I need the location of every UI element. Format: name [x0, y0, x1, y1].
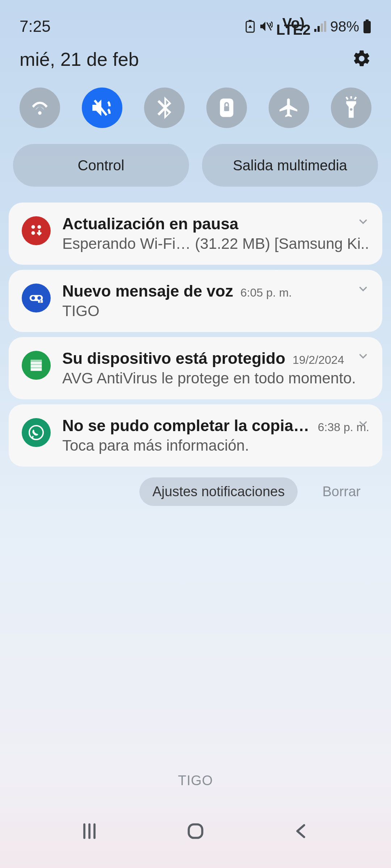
battery-icon — [363, 20, 371, 33]
whatsapp-icon — [22, 418, 51, 447]
navigation-bar — [0, 807, 391, 868]
chevron-down-icon[interactable] — [357, 216, 369, 228]
notification-avg[interactable]: Su dispositivo está protegido 19/2/2024 … — [9, 337, 382, 399]
device-control-button[interactable]: Control — [13, 144, 189, 187]
chevron-down-icon[interactable] — [357, 283, 369, 295]
airplane-icon — [278, 97, 300, 119]
status-time: 7:25 — [20, 17, 51, 35]
svg-rect-32 — [189, 824, 202, 838]
svg-rect-3 — [314, 29, 316, 32]
svg-text:2: 2 — [39, 299, 41, 303]
toggle-airplane[interactable] — [269, 88, 309, 128]
toggle-wifi[interactable] — [20, 88, 60, 128]
carrier-label: TIGO — [0, 773, 391, 788]
clear-all-button[interactable]: Borrar — [309, 477, 374, 506]
svg-line-15 — [354, 97, 356, 99]
signal-icon — [314, 21, 327, 32]
svg-rect-5 — [321, 24, 323, 32]
settings-button[interactable] — [352, 49, 371, 70]
toggle-flashlight[interactable] — [331, 88, 371, 128]
back-button[interactable] — [291, 821, 312, 843]
volte-icon: Vo)LTE2 — [276, 20, 311, 33]
notification-title: Actualización en pausa — [62, 215, 239, 233]
home-icon — [185, 821, 206, 841]
svg-rect-8 — [363, 21, 371, 33]
notification-subtitle: AVG AntiVirus le protege en todo momento… — [62, 370, 369, 387]
recents-icon — [79, 821, 100, 841]
svg-rect-27 — [31, 367, 42, 368]
svg-rect-25 — [31, 360, 42, 362]
svg-rect-7 — [366, 20, 369, 21]
battery-percent: 98% — [330, 18, 359, 35]
chevron-down-icon[interactable] — [357, 350, 369, 362]
svg-point-20 — [31, 296, 35, 300]
notification-title: No se pudo completar la copia d… — [62, 417, 311, 435]
notification-list: Actualización en pausa Esperando Wi-Fi… … — [0, 203, 391, 467]
lock-portrait-icon — [218, 97, 235, 119]
quick-toggles — [0, 81, 391, 139]
date-label[interactable]: mié, 21 de feb — [20, 48, 139, 70]
svg-point-28 — [29, 426, 43, 439]
svg-rect-6 — [324, 21, 326, 32]
svg-rect-26 — [31, 364, 42, 365]
avg-icon — [22, 351, 51, 380]
notification-whatsapp[interactable]: No se pudo completar la copia d… 6:38 p.… — [9, 404, 382, 467]
date-row: mié, 21 de feb — [0, 42, 391, 81]
notification-subtitle: TIGO — [62, 302, 369, 320]
toggle-mute[interactable] — [82, 88, 122, 128]
recents-button[interactable] — [79, 821, 100, 843]
voicemail-icon: 2 — [22, 284, 51, 312]
toggle-rotation-lock[interactable] — [206, 88, 247, 128]
svg-line-14 — [346, 97, 348, 99]
svg-point-18 — [31, 231, 35, 235]
home-button[interactable] — [185, 821, 206, 843]
chevron-down-icon[interactable] — [357, 417, 369, 430]
mute-vibrate-icon — [90, 97, 114, 118]
notification-settings-button[interactable]: Ajustes notificaciones — [139, 477, 298, 506]
wifi-icon — [29, 99, 51, 116]
flashlight-icon — [343, 96, 359, 119]
back-icon — [291, 821, 312, 841]
media-output-button[interactable]: Salida multimedia — [202, 144, 378, 187]
mute-icon — [259, 20, 273, 33]
svg-point-12 — [350, 108, 353, 111]
status-bar: 7:25 Vo)LTE2 98% — [0, 0, 391, 42]
bluetooth-icon — [157, 97, 172, 119]
notification-time: 6:05 p. m. — [240, 286, 292, 299]
svg-point-17 — [37, 225, 41, 229]
toggle-bluetooth[interactable] — [144, 88, 185, 128]
gear-icon — [352, 49, 371, 68]
notification-subtitle: Toca para más información. — [62, 437, 369, 454]
update-icon — [22, 216, 51, 245]
battery-saver-icon — [245, 20, 255, 33]
notification-footer: Ajustes notificaciones Borrar — [0, 472, 391, 506]
svg-rect-4 — [318, 26, 320, 32]
svg-point-16 — [31, 225, 35, 229]
notification-subtitle: Esperando Wi-Fi… (31.22 MB) [Samsung Ki.… — [62, 235, 369, 252]
notification-time: 19/2/2024 — [293, 353, 344, 367]
notification-title: Su dispositivo está protegido — [62, 349, 285, 367]
notification-title: Nuevo mensaje de voz — [62, 282, 233, 300]
svg-rect-1 — [249, 20, 252, 22]
svg-rect-11 — [224, 106, 229, 111]
notification-update[interactable]: Actualización en pausa Esperando Wi-Fi… … — [9, 203, 382, 265]
status-icons: Vo)LTE2 98% — [245, 18, 371, 35]
notification-voicemail[interactable]: 2 Nuevo mensaje de voz 6:05 p. m. TIGO — [9, 270, 382, 332]
pill-row: Control Salida multimedia — [0, 139, 391, 203]
